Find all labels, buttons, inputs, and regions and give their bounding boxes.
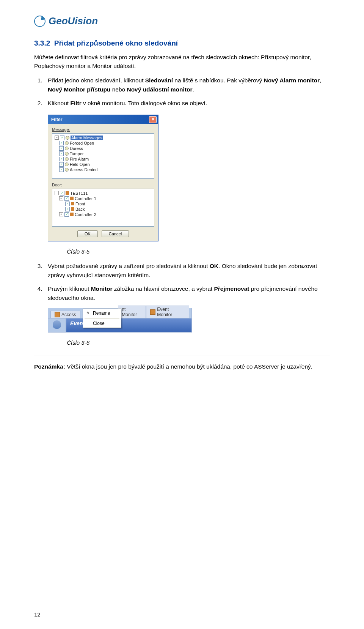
logo-icon bbox=[34, 16, 46, 27]
close-icon bbox=[85, 321, 91, 326]
tab-nt-monitor[interactable]: nt Monitor bbox=[118, 306, 146, 318]
step-4: Pravým kliknout Monitor záložka na hlavn… bbox=[44, 284, 330, 303]
filter-dialog-figure: Filter ✕ Message: −✓Alarm Messages ✓Forc… bbox=[48, 115, 330, 241]
note-text: Větší okna jsou jen pro bývalé použití a… bbox=[65, 363, 312, 370]
menu-separator bbox=[85, 318, 119, 318]
message-label: Message: bbox=[52, 127, 154, 132]
separator-top bbox=[34, 356, 330, 356]
step-2: Kliknout Filtr v okně monitoru. Toto dia… bbox=[44, 99, 330, 108]
section-number: 3.3.2 bbox=[34, 39, 50, 47]
figure-caption-1: Číslo 3-5 bbox=[67, 248, 330, 255]
logo: GeoUision bbox=[34, 15, 330, 27]
menu-close[interactable]: Close bbox=[83, 319, 121, 328]
ok-button[interactable]: OK bbox=[77, 230, 98, 237]
section-title-text: Přidat přizpůsobené okno sledování bbox=[54, 39, 178, 47]
menu-rename[interactable]: ✎ Rename bbox=[83, 309, 121, 317]
steps-list-cont: Vybrat požadované zprávy a zařízení pro … bbox=[34, 262, 330, 303]
figure-caption-2: Číslo 3-6 bbox=[67, 339, 330, 346]
door-label: Door: bbox=[52, 183, 154, 187]
step-3: Vybrat požadované zprávy a zařízení pro … bbox=[44, 262, 330, 280]
tab-icon bbox=[55, 312, 60, 317]
left-strip bbox=[48, 318, 66, 333]
steps-list: Přidat jedno okno sledování, kliknout Sl… bbox=[34, 76, 330, 108]
step-1: Přidat jedno okno sledování, kliknout Sl… bbox=[44, 76, 330, 94]
door-tree[interactable]: −✓TEST111 −✓Controller 1 ✓Front ✓Back +✓… bbox=[52, 189, 154, 227]
context-menu-figure: Access nt Monitor Event Monitor Event ✎ … bbox=[48, 308, 192, 333]
tab-event-monitor[interactable]: Event Monitor bbox=[146, 306, 189, 318]
logo-text: GeoUision bbox=[49, 15, 98, 27]
tab-icon bbox=[150, 309, 155, 315]
separator-bottom bbox=[34, 381, 330, 381]
close-icon[interactable]: ✕ bbox=[149, 116, 157, 123]
message-tree[interactable]: −✓Alarm Messages ✓Forced Open ✓Duress ✓T… bbox=[52, 133, 154, 179]
cancel-button[interactable]: Cancel bbox=[102, 230, 129, 237]
note-label: Poznámka: bbox=[34, 363, 65, 370]
section-heading: 3.3.2 Přidat přizpůsobené okno sledování bbox=[34, 39, 330, 47]
note-paragraph: Poznámka: Větší okna jsou jen pro bývalé… bbox=[34, 362, 330, 371]
context-menu: ✎ Rename Close bbox=[83, 309, 121, 328]
filter-dialog: Filter ✕ Message: −✓Alarm Messages ✓Forc… bbox=[48, 115, 158, 241]
page-number: 12 bbox=[34, 611, 41, 618]
rename-icon: ✎ bbox=[85, 311, 91, 316]
filter-titlebar: Filter ✕ bbox=[48, 115, 158, 124]
filter-title-text: Filter bbox=[51, 117, 62, 122]
drum-icon bbox=[53, 320, 61, 329]
intro-paragraph: Můžete definovat filtrová kritéria pro z… bbox=[34, 53, 330, 71]
tab-access[interactable]: Access bbox=[50, 311, 80, 318]
